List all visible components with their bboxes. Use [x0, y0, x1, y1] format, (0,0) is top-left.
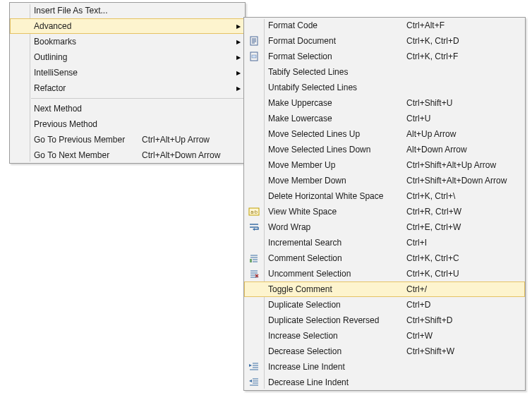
- menu-item-shortcut: Ctrl+Alt+F: [406, 20, 525, 30]
- menu-item-shortcut: Ctrl+W: [406, 331, 525, 341]
- edit-menu-item-advanced[interactable]: Advanced▶: [10, 18, 245, 34]
- advanced-menu-item-decrease-selection[interactable]: Decrease SelectionCtrl+Shift+W: [244, 344, 525, 359]
- advanced-menu-item-comment-selection[interactable]: Comment SelectionCtrl+K, Ctrl+C: [244, 250, 525, 266]
- edit-menu-item-intellisense[interactable]: IntelliSense▶: [10, 65, 245, 80]
- advanced-menu-item-untabify-selected-lines[interactable]: Untabify Selected Lines: [244, 80, 525, 95]
- menu-item-shortcut: Ctrl+Shift+W: [406, 346, 525, 356]
- menu-item-label: Insert File As Text...: [30, 6, 142, 16]
- svg-marker-27: [249, 364, 252, 367]
- menu-item-label: Increase Selection: [264, 331, 406, 341]
- edit-menu-item-go-to-next-member[interactable]: Go To Next MemberCtrl+Alt+Down Arrow: [10, 147, 245, 163]
- menu-item-label: Increase Line Indent: [264, 362, 406, 372]
- edit-menu-item-bookmarks[interactable]: Bookmarks▶: [10, 34, 245, 49]
- menu-item-label: Duplicate Selection Reversed: [264, 315, 406, 325]
- menu-item-shortcut: Ctrl+U: [406, 114, 525, 123]
- edit-menu-item-previous-method[interactable]: Previous Method: [10, 116, 245, 132]
- menu-item-shortcut: Ctrl+K, Ctrl+D: [406, 36, 525, 46]
- svg-rect-0: [250, 37, 258, 45]
- advanced-menu-item-move-member-down[interactable]: Move Member DownCtrl+Shift+Alt+Down Arro…: [244, 173, 525, 188]
- submenu-arrow-icon: ▶: [236, 23, 241, 30]
- advanced-menu-item-format-document[interactable]: Format DocumentCtrl+K, Ctrl+D: [244, 33, 525, 49]
- menu-item-shortcut: Ctrl+/: [406, 284, 525, 294]
- menu-item-label: View White Space: [264, 207, 406, 217]
- menu-item-label: Outlining: [30, 52, 142, 62]
- advanced-menu-item-view-white-space[interactable]: a·bView White SpaceCtrl+R, Ctrl+W: [244, 204, 525, 219]
- menu-item-label: Toggle Comment: [264, 284, 406, 294]
- menu-item-shortcut: Ctrl+K, Ctrl+\: [406, 191, 525, 201]
- svg-rect-6: [252, 55, 256, 58]
- format-document-icon: [244, 35, 264, 47]
- menu-item-label: Bookmarks: [30, 37, 142, 47]
- menu-item-label: Move Selected Lines Up: [264, 129, 406, 139]
- menu-item-label: Refactor: [30, 83, 142, 93]
- menu-item-label: Untabify Selected Lines: [264, 83, 406, 92]
- advanced-menu-item-format-code[interactable]: Format CodeCtrl+Alt+F: [244, 18, 525, 33]
- submenu-arrow-icon: ▶: [236, 54, 241, 61]
- advanced-menu-item-format-selection[interactable]: Format SelectionCtrl+K, Ctrl+F: [244, 49, 525, 64]
- edit-submenu: Insert File As Text...Advanced▶Bookmarks…: [9, 2, 246, 164]
- menu-item-shortcut: Ctrl+R, Ctrl+W: [406, 207, 525, 217]
- menu-item-label: Go To Next Member: [30, 150, 142, 160]
- menu-item-shortcut: Ctrl+E, Ctrl+W: [406, 222, 525, 232]
- advanced-menu-item-uncomment-selection[interactable]: Uncomment SelectionCtrl+K, Ctrl+U: [244, 266, 525, 281]
- format-selection-icon: [244, 51, 264, 62]
- edit-menu-item-refactor[interactable]: Refactor▶: [10, 80, 245, 96]
- decrease-indent-icon: [244, 377, 264, 388]
- advanced-menu-item-increase-selection[interactable]: Increase SelectionCtrl+W: [244, 328, 525, 344]
- view-white-space-icon: a·b: [244, 206, 264, 217]
- menu-item-shortcut: Ctrl+Shift+U: [406, 98, 525, 108]
- menu-item-label: Tabify Selected Lines: [264, 67, 406, 77]
- svg-marker-32: [249, 380, 252, 382]
- advanced-menu-item-move-selected-lines-down[interactable]: Move Selected Lines DownAlt+Down Arrow: [244, 142, 525, 157]
- advanced-menu-item-increase-line-indent[interactable]: Increase Line Indent: [244, 359, 525, 375]
- menu-item-shortcut: Ctrl+Alt+Up Arrow: [142, 135, 245, 145]
- menu-item-label: Decrease Selection: [264, 346, 406, 356]
- submenu-arrow-icon: ▶: [236, 85, 241, 92]
- advanced-menu-item-make-uppercase[interactable]: Make UppercaseCtrl+Shift+U: [244, 95, 525, 111]
- advanced-menu-item-make-lowercase[interactable]: Make LowercaseCtrl+U: [244, 111, 525, 126]
- menu-item-label: Uncomment Selection: [264, 269, 406, 279]
- edit-menu-item-insert-file-as-text[interactable]: Insert File As Text...: [10, 3, 245, 18]
- menu-item-label: Incremental Search: [264, 238, 406, 248]
- menu-item-shortcut: Ctrl+K, Ctrl+C: [406, 253, 525, 263]
- advanced-menu-item-move-member-up[interactable]: Move Member UpCtrl+Shift+Alt+Up Arrow: [244, 157, 525, 173]
- menu-item-label: Make Lowercase: [264, 114, 406, 123]
- menu-item-shortcut: Alt+Down Arrow: [406, 145, 525, 154]
- comment-selection-icon: [244, 253, 264, 264]
- menu-item-label: Format Selection: [264, 51, 406, 61]
- uncomment-selection-icon: [244, 268, 264, 279]
- svg-text:a·b: a·b: [250, 210, 258, 214]
- menu-item-label: Move Member Up: [264, 160, 406, 170]
- menu-item-label: Move Selected Lines Down: [264, 145, 406, 154]
- menu-item-shortcut: Ctrl+K, Ctrl+F: [406, 51, 525, 61]
- svg-rect-16: [250, 259, 252, 262]
- advanced-menu-item-duplicate-selection[interactable]: Duplicate SelectionCtrl+D: [244, 297, 525, 313]
- advanced-menu-item-tabify-selected-lines[interactable]: Tabify Selected Lines: [244, 64, 525, 80]
- svg-marker-11: [253, 228, 255, 231]
- edit-menu-item-next-method[interactable]: Next Method: [10, 101, 245, 116]
- menu-item-label: Make Uppercase: [264, 98, 406, 108]
- submenu-arrow-icon: ▶: [236, 39, 241, 45]
- menu-item-label: Word Wrap: [264, 222, 406, 232]
- advanced-menu-item-delete-horizontal-white-space[interactable]: Delete Horizontal White SpaceCtrl+K, Ctr…: [244, 188, 525, 204]
- menu-item-label: Duplicate Selection: [264, 300, 406, 310]
- menu-item-label: Format Document: [264, 36, 406, 46]
- submenu-arrow-icon: ▶: [236, 70, 241, 76]
- edit-menu-item-go-to-previous-member[interactable]: Go To Previous MemberCtrl+Alt+Up Arrow: [10, 132, 245, 147]
- menu-item-shortcut: Ctrl+K, Ctrl+U: [406, 269, 525, 279]
- advanced-menu-item-word-wrap[interactable]: Word WrapCtrl+E, Ctrl+W: [244, 219, 525, 235]
- menu-item-shortcut: Ctrl+D: [406, 300, 525, 310]
- menu-item-shortcut: Ctrl+Shift+Alt+Up Arrow: [406, 160, 525, 170]
- advanced-menu-item-toggle-comment[interactable]: Toggle CommentCtrl+/: [244, 281, 525, 297]
- menu-item-label: Comment Selection: [264, 253, 406, 263]
- menu-item-shortcut: Ctrl+Shift+D: [406, 315, 525, 325]
- advanced-menu-item-decrease-line-indent[interactable]: Decrease Line Indent: [244, 375, 525, 390]
- menu-item-shortcut: Ctrl+Alt+Down Arrow: [142, 150, 245, 160]
- menu-item-label: Next Method: [30, 104, 142, 114]
- advanced-menu-item-incremental-search[interactable]: Incremental SearchCtrl+I: [244, 235, 525, 250]
- edit-menu-item-outlining[interactable]: Outlining▶: [10, 49, 245, 65]
- advanced-menu-item-duplicate-selection-reversed[interactable]: Duplicate Selection ReversedCtrl+Shift+D: [244, 313, 525, 328]
- menu-item-shortcut: Ctrl+Shift+Alt+Down Arrow: [406, 176, 525, 186]
- menu-item-label: Go To Previous Member: [30, 135, 142, 145]
- advanced-menu-item-move-selected-lines-up[interactable]: Move Selected Lines UpAlt+Up Arrow: [244, 126, 525, 142]
